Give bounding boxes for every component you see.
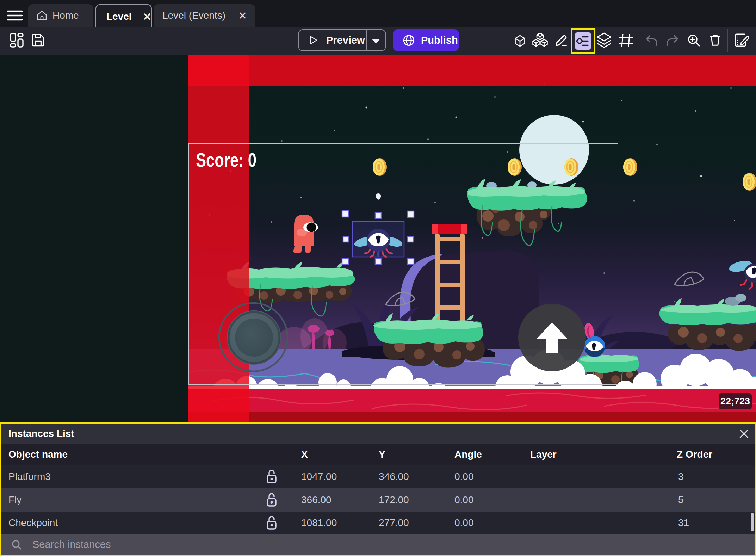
svg-text:Score: 0: Score: 0 bbox=[196, 149, 256, 171]
svg-text:22;723: 22;723 bbox=[720, 396, 750, 407]
